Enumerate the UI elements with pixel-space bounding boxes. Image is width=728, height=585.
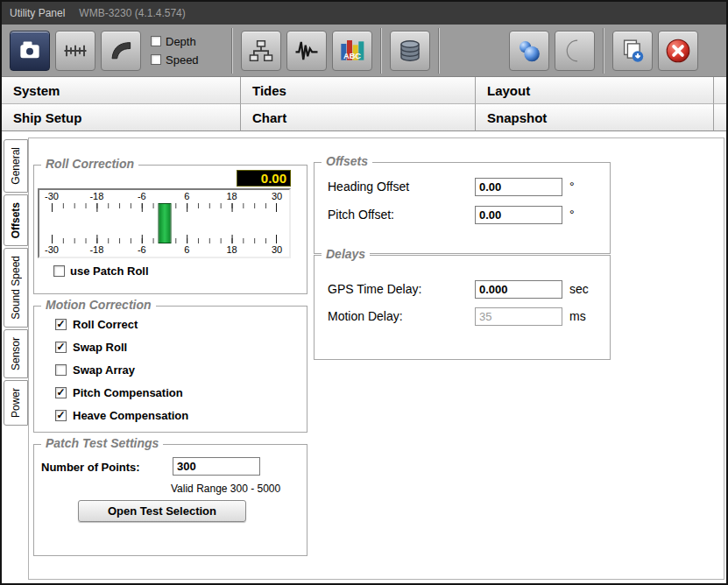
tab-sound-speed[interactable]: Sound Speed — [4, 248, 28, 328]
close-x-icon — [664, 37, 692, 65]
tick-label: 6 — [184, 191, 189, 201]
depth-checkbox[interactable] — [151, 36, 161, 46]
menu-snapshot[interactable]: Snapshot — [476, 104, 714, 131]
overlay-checkbox-panel: Depth Speed — [151, 35, 216, 67]
window-version: WMB-3230 (4.1.4.574) — [79, 7, 185, 19]
gps-time-delay-input[interactable] — [475, 280, 562, 299]
swap-roll-label[interactable]: Swap Roll — [73, 341, 127, 354]
tick-label: -6 — [138, 191, 146, 201]
color-legend-label: ABC — [343, 52, 361, 60]
swap-array-label[interactable]: Swap Array — [73, 363, 135, 377]
sonar-view-button[interactable] — [10, 31, 50, 71]
moon-icon — [562, 38, 588, 64]
depth-checkbox-row[interactable]: Depth — [151, 35, 216, 48]
transducer-horn-icon — [108, 38, 134, 64]
use-patch-roll-checkbox[interactable] — [53, 265, 65, 277]
patch-test-title: Patch Test Settings — [41, 436, 163, 450]
transducer-button[interactable] — [101, 31, 141, 71]
offsets-title: Offsets — [322, 154, 372, 168]
heave-compensation-label[interactable]: Heave Compensation — [73, 409, 188, 422]
database-button[interactable] — [390, 31, 430, 71]
swap-roll-row[interactable]: Swap Roll — [55, 340, 188, 354]
toolbar-separator — [231, 28, 233, 74]
swap-array-checkbox[interactable] — [55, 364, 67, 376]
gauge-top-labels: -30 -18 -6 6 18 30 — [52, 191, 277, 202]
tick-label: 30 — [272, 244, 282, 255]
menu-filler — [714, 104, 726, 131]
swap-roll-checkbox[interactable] — [55, 342, 67, 353]
tab-sensor[interactable]: Sensor — [4, 329, 28, 378]
color-legend-button[interactable]: ABC — [332, 31, 372, 71]
speed-checkbox-row[interactable]: Speed — [151, 53, 216, 67]
tick-label: -18 — [89, 244, 103, 255]
menu-grid: System Tides Layout Ship Setup Chart Sna… — [2, 77, 726, 131]
tab-power[interactable]: Power — [4, 380, 28, 426]
roll-indicator-bar — [158, 203, 171, 243]
toolbar-separator — [603, 28, 604, 74]
heave-compensation-checkbox[interactable] — [55, 410, 67, 421]
number-of-points-label: Number of Points: — [41, 461, 140, 474]
pitch-compensation-checkbox[interactable] — [55, 387, 67, 398]
menu-ship-setup[interactable]: Ship Setup — [2, 104, 241, 131]
tick-label: 30 — [272, 191, 282, 201]
menu-filler — [714, 77, 726, 104]
tick-label: 18 — [226, 191, 237, 201]
menu-chart[interactable]: Chart — [241, 104, 476, 131]
roll-correct-checkbox[interactable] — [55, 319, 67, 330]
motion-options: Roll Correct Swap Roll Swap Array Pitch … — [55, 317, 188, 422]
roll-correction-group: Roll Correction 0.00 -30 -18 -6 6 18 30 … — [33, 165, 307, 294]
roll-gauge: -30 -18 -6 6 18 30 -30 -18 -6 6 18 — [38, 188, 291, 258]
export-copy-icon — [619, 38, 646, 64]
roll-correct-label[interactable]: Roll Correct — [73, 318, 138, 331]
motion-correction-title: Motion Correction — [41, 298, 156, 312]
use-patch-roll-label[interactable]: use Patch Roll — [70, 264, 149, 278]
pitch-compensation-row[interactable]: Pitch Compensation — [55, 385, 188, 399]
motion-delay-input — [475, 307, 562, 326]
database-icon — [397, 38, 423, 64]
motion-delay-row: Motion Delay: ms — [328, 307, 603, 326]
network-config-button[interactable] — [241, 31, 281, 71]
patch-test-group: Patch Test Settings Number of Points: Va… — [33, 444, 307, 556]
motion-correction-group: Motion Correction Roll Correct Swap Roll… — [33, 306, 307, 433]
tick-label: -18 — [89, 191, 103, 201]
gps-time-delay-row: GPS Time Delay: sec — [328, 279, 603, 299]
swap-array-row[interactable]: Swap Array — [55, 363, 188, 377]
toolbar-separator — [438, 28, 440, 74]
tick-label: 18 — [226, 244, 237, 255]
toolbar: Depth Speed — [2, 25, 726, 77]
tick-label: -6 — [138, 244, 146, 255]
signal-view-button[interactable] — [286, 31, 327, 71]
day-mode-button[interactable] — [509, 31, 549, 71]
pitch-compensation-label[interactable]: Pitch Compensation — [73, 386, 183, 399]
profile-view-button[interactable] — [55, 31, 95, 71]
menu-tides[interactable]: Tides — [241, 77, 476, 104]
title-bar[interactable]: Utility Panel WMB-3230 (4.1.4.574) — [2, 2, 726, 25]
roll-correction-title: Roll Correction — [41, 157, 138, 171]
use-patch-roll-row[interactable]: use Patch Roll — [53, 264, 149, 278]
open-test-selection-button[interactable]: Open Test Selection — [78, 500, 246, 522]
roll-value-display: 0.00 — [237, 170, 291, 187]
sonar-view-icon — [17, 38, 43, 64]
night-mode-button[interactable] — [555, 31, 595, 71]
menu-layout[interactable]: Layout — [476, 77, 714, 104]
menu-system[interactable]: System — [2, 77, 241, 104]
tab-general[interactable]: General — [4, 139, 28, 193]
toolbar-separator — [380, 28, 382, 74]
network-icon — [248, 38, 274, 64]
exit-button[interactable] — [658, 31, 698, 71]
number-of-points-input[interactable] — [173, 457, 260, 476]
tick-label: -30 — [45, 191, 59, 201]
tick-label: 6 — [184, 244, 189, 255]
tab-offsets[interactable]: Offsets — [4, 194, 28, 246]
heading-offset-input[interactable] — [475, 178, 562, 196]
heave-compensation-row[interactable]: Heave Compensation — [55, 408, 188, 422]
speed-checkbox-label[interactable]: Speed — [166, 53, 199, 67]
depth-checkbox-label[interactable]: Depth — [166, 35, 196, 48]
color-legend-icon: ABC — [338, 37, 366, 65]
pitch-offset-input[interactable] — [475, 206, 562, 224]
speed-checkbox[interactable] — [151, 54, 161, 65]
export-button[interactable] — [612, 31, 653, 71]
delays-title: Delays — [322, 247, 370, 261]
roll-correct-row[interactable]: Roll Correct — [55, 317, 188, 331]
side-tab-strip: General Offsets Sound Speed Sensor Power — [4, 139, 28, 426]
